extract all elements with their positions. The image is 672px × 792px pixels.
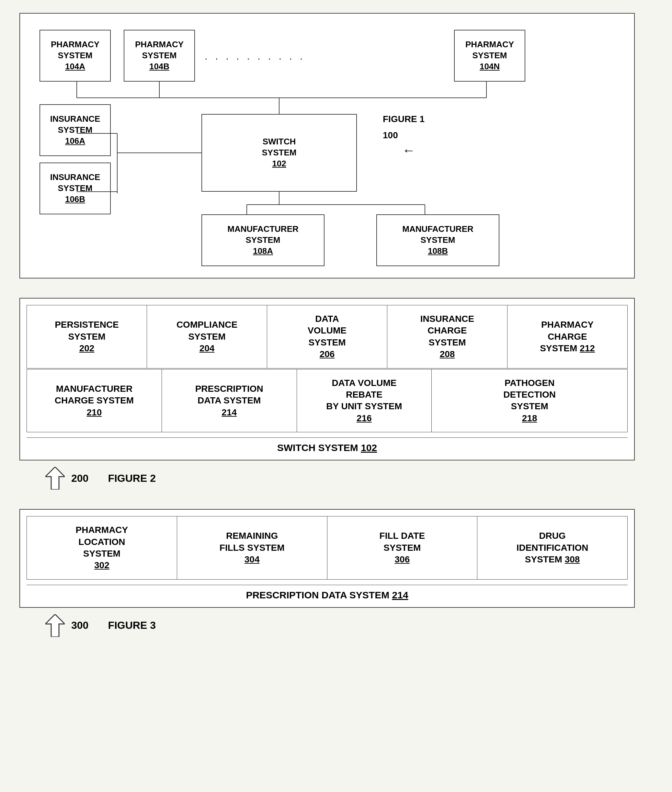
insurance-charge-208-cell: INSURANCE CHARGE SYSTEM 208 xyxy=(387,306,507,368)
insurance-106b-label: INSURANCE xyxy=(50,172,101,183)
manufacturer-charge-num: 210 xyxy=(87,407,102,418)
svg-marker-18 xyxy=(45,467,65,490)
manufacturer-108b-label: MANUFACTURER xyxy=(402,224,474,235)
pharmacy-charge-label2: CHARGE xyxy=(548,331,587,342)
figure1-number: 100 xyxy=(383,130,398,141)
data-volume-rebate-label2: REBATE xyxy=(346,389,382,400)
pharmacy-location-302-cell: PHARMACY LOCATION SYSTEM 302 xyxy=(27,517,177,579)
pharmacy-location-label: PHARMACY xyxy=(75,524,128,536)
fill-date-label: FILL DATE xyxy=(379,530,425,542)
compliance-num: 204 xyxy=(200,342,215,354)
drug-id-label: DRUG xyxy=(539,530,565,542)
pharmacy-104a-label2: SYSTEM xyxy=(58,50,93,61)
fill-date-label2: SYSTEM xyxy=(384,542,421,554)
figure3-top-row: PHARMACY LOCATION SYSTEM 302 REMAINING F… xyxy=(27,516,628,579)
switch-system-num: 102 xyxy=(361,442,377,453)
persistence-num: 202 xyxy=(79,342,94,354)
remaining-fills-label2: FILLS SYSTEM xyxy=(219,542,285,554)
ellipsis-dots: . . . . . . . . . . xyxy=(205,51,305,62)
pharmacy-104a-label: PHARMACY xyxy=(51,39,99,50)
figure1-section: PHARMACY SYSTEM 104A PHARMACY SYSTEM 104… xyxy=(19,13,653,278)
figure2-top-row: PERSISTENCE SYSTEM 202 COMPLIANCE SYSTEM… xyxy=(27,305,628,368)
figure2-section: PERSISTENCE SYSTEM 202 COMPLIANCE SYSTEM… xyxy=(19,298,653,490)
prescription-data-system-label: PRESCRIPTION DATA SYSTEM xyxy=(246,590,392,600)
compliance-label: COMPLIANCE xyxy=(176,319,237,331)
data-volume-rebate-label: DATA VOLUME xyxy=(332,377,397,389)
manufacturer-108b-num: 108B xyxy=(428,246,448,257)
data-volume-label2: VOLUME xyxy=(308,325,347,336)
manufacturer-108a-label: MANUFACTURER xyxy=(227,224,299,235)
figure2-bottom-row: MANUFACTURER CHARGE SYSTEM 210 PRESCRIPT… xyxy=(27,369,628,433)
manufacturer-108b-label2: SYSTEM xyxy=(421,235,455,246)
pharmacy-location-label3: SYSTEM xyxy=(83,548,120,560)
switch-system-label: SWITCH SYSTEM xyxy=(277,442,361,453)
pharmacy-104b-label2: SYSTEM xyxy=(142,50,177,61)
figure3-diagram: PHARMACY LOCATION SYSTEM 302 REMAINING F… xyxy=(19,509,635,608)
pharmacy-location-label2: LOCATION xyxy=(78,536,125,548)
pharmacy-charge-label: PHARMACY xyxy=(541,319,594,331)
manufacturer-108b-box: MANUFACTURER SYSTEM 108B xyxy=(376,214,499,266)
remaining-fills-num: 304 xyxy=(245,554,260,565)
data-volume-rebate-216-cell: DATA VOLUME REBATE BY UNIT SYSTEM 216 xyxy=(297,370,432,432)
svg-marker-19 xyxy=(45,614,65,637)
pharmacy-104b-label: PHARMACY xyxy=(135,39,184,50)
figure3-footer: PRESCRIPTION DATA SYSTEM 214 xyxy=(27,585,628,601)
drug-id-label2: IDENTIFICATION xyxy=(517,542,589,554)
figure3-number: 300 xyxy=(71,619,88,631)
prescription-data-num: 214 xyxy=(221,407,237,418)
data-volume-label: DATA xyxy=(315,313,339,325)
pharmacy-104a-num: 104A xyxy=(65,61,85,72)
switch-102-label2: SYSTEM xyxy=(262,147,297,158)
persistence-202-cell: PERSISTENCE SYSTEM 202 xyxy=(27,306,147,368)
switch-102-label: SWITCH xyxy=(262,136,296,147)
figure3-section: PHARMACY LOCATION SYSTEM 302 REMAINING F… xyxy=(19,509,653,637)
pharmacy-104n-box: PHARMACY SYSTEM 104N xyxy=(454,30,525,82)
pathogen-label2: DETECTION xyxy=(503,389,556,400)
figure3-title: FIGURE 3 xyxy=(108,619,156,631)
compliance-label2: SYSTEM xyxy=(188,331,226,342)
data-volume-rebate-label3: BY UNIT SYSTEM xyxy=(326,400,402,412)
back-arrow-icon: ← xyxy=(402,143,415,158)
data-volume-num: 206 xyxy=(320,349,335,360)
switch-102-box: SWITCH SYSTEM 102 xyxy=(202,114,357,192)
pharmacy-104b-num: 104B xyxy=(149,61,170,72)
pharmacy-location-num: 302 xyxy=(94,560,109,571)
figure3-arrow-icon xyxy=(45,614,65,637)
manufacturer-charge-210-cell: MANUFACTURER CHARGE SYSTEM 210 xyxy=(27,370,162,432)
data-volume-rebate-num: 216 xyxy=(357,413,372,424)
insurance-charge-label: INSURANCE xyxy=(420,313,474,325)
fill-date-306-cell: FILL DATE SYSTEM 306 xyxy=(327,517,478,579)
pharmacy-104n-label: PHARMACY xyxy=(466,39,514,50)
insurance-106b-num: 106B xyxy=(65,194,85,205)
pharmacy-104a-box: PHARMACY SYSTEM 104A xyxy=(40,30,111,82)
pathogen-num: 218 xyxy=(522,413,537,424)
fill-date-num: 306 xyxy=(395,554,410,565)
figure3-indicator: 300 FIGURE 3 xyxy=(45,614,653,637)
figure1-diagram: PHARMACY SYSTEM 104A PHARMACY SYSTEM 104… xyxy=(19,13,635,278)
insurance-106b-box: INSURANCE SYSTEM 106B xyxy=(40,163,111,214)
persistence-label: PERSISTENCE xyxy=(55,319,119,331)
manufacturer-108a-label2: SYSTEM xyxy=(246,235,280,246)
prescription-data-214-cell: PRESCRIPTION DATA SYSTEM 214 xyxy=(162,370,297,432)
insurance-charge-label3: SYSTEM xyxy=(429,337,466,349)
insurance-106a-label: INSURANCE xyxy=(50,114,101,125)
figure2-arrow-icon xyxy=(45,467,65,490)
prescription-data-label: PRESCRIPTION xyxy=(195,383,263,395)
figure2-indicator: 200 FIGURE 2 xyxy=(45,467,653,490)
insurance-106a-num: 106A xyxy=(65,136,85,147)
pharmacy-charge-212-cell: PHARMACY CHARGE SYSTEM 212 xyxy=(507,306,627,368)
data-volume-206-cell: DATA VOLUME SYSTEM 206 xyxy=(267,306,387,368)
pharmacy-charge-label3: SYSTEM 212 xyxy=(540,342,595,354)
manufacturer-108a-num: 108A xyxy=(253,246,273,257)
data-volume-label3: SYSTEM xyxy=(308,337,346,349)
figure2-title: FIGURE 2 xyxy=(108,472,156,485)
prescription-data-label2: DATA SYSTEM xyxy=(198,395,261,406)
manufacturer-charge-label2: CHARGE SYSTEM xyxy=(55,395,134,406)
figure2-diagram: PERSISTENCE SYSTEM 202 COMPLIANCE SYSTEM… xyxy=(19,298,635,461)
pathogen-label: PATHOGEN xyxy=(504,377,555,389)
compliance-204-cell: COMPLIANCE SYSTEM 204 xyxy=(147,306,267,368)
prescription-data-system-num: 214 xyxy=(392,590,408,600)
pathogen-label3: SYSTEM xyxy=(511,400,548,412)
drug-id-label3: SYSTEM 308 xyxy=(525,554,580,565)
insurance-106a-box: INSURANCE SYSTEM 106A xyxy=(40,104,111,156)
